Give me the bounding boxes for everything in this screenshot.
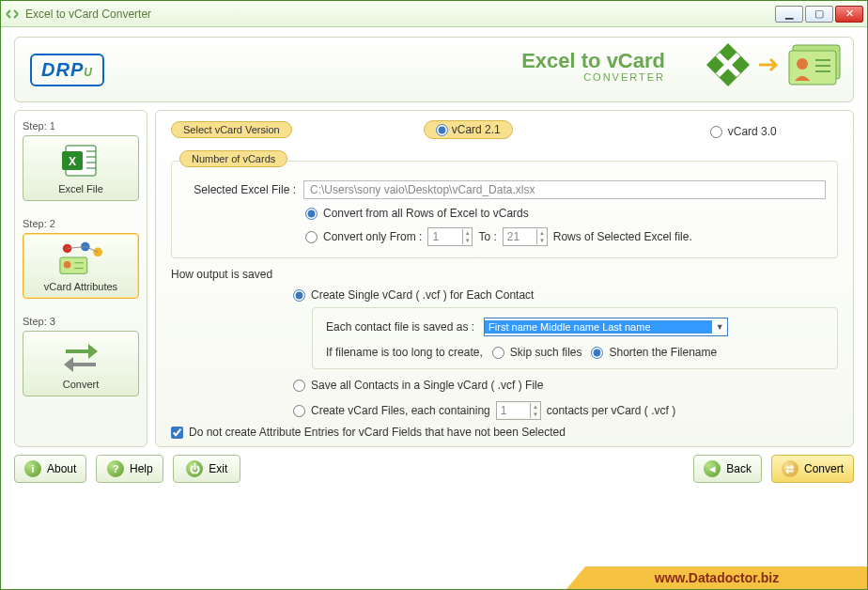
- back-button[interactable]: ◄ Back: [693, 455, 762, 483]
- rows-suffix-label: Rows of Selected Excel file.: [553, 230, 692, 243]
- app-icon: [5, 7, 20, 22]
- excel-file-button[interactable]: X Excel File: [23, 135, 139, 201]
- excel-file-icon: X: [58, 142, 103, 179]
- step-2-label: Step: 2: [23, 218, 139, 229]
- step-1-button-label: Excel File: [58, 183, 103, 194]
- save-all-radio[interactable]: [293, 380, 305, 392]
- too-long-label: If filename is too long to create,: [326, 346, 483, 359]
- shorten-radio[interactable]: [591, 347, 603, 359]
- arrow-left-icon: ◄: [704, 460, 721, 477]
- vcard-icon: [787, 43, 844, 86]
- help-icon: ?: [107, 460, 124, 477]
- vcard21-label: vCard 2.1: [452, 123, 501, 136]
- vcard-attributes-icon: [58, 240, 103, 277]
- single-vcard-subbox: Each contact file is saved as : First na…: [312, 307, 838, 369]
- arrow-right-icon: [757, 53, 782, 77]
- convert-button-sidebar[interactable]: Convert: [23, 331, 139, 396]
- create-each-radio[interactable]: [293, 405, 305, 417]
- from-input[interactable]: [428, 230, 462, 243]
- vcard30-radio[interactable]: [710, 126, 722, 138]
- step-3-button-label: Convert: [63, 379, 100, 390]
- header-graphic: [705, 41, 844, 88]
- footer: i About ? Help ⏻ Exit ◄ Back ⇄ Convert: [14, 455, 854, 483]
- step-3-group: Step: 3 Convert: [23, 316, 139, 396]
- about-button[interactable]: i About: [14, 455, 86, 483]
- excel-x-icon: [705, 41, 752, 88]
- to-spinner[interactable]: ▲▼: [503, 227, 548, 246]
- convert-button[interactable]: ⇄ Convert: [771, 455, 854, 483]
- step-2-group: Step: 2 vCard Attributes: [23, 218, 139, 299]
- vcard30-label: vCard 3.0: [728, 125, 777, 138]
- skip-files-radio[interactable]: [492, 347, 504, 359]
- filename-pattern-dropdown[interactable]: First name Middle name Last name ▼: [484, 318, 728, 336]
- spinner-arrows-icon[interactable]: ▲▼: [530, 403, 539, 418]
- header-panel: DRPU Excel to vCard CONVERTER: [14, 37, 854, 102]
- minimize-button[interactable]: [775, 6, 803, 23]
- svg-point-20: [64, 261, 71, 269]
- convert-only-radio[interactable]: [305, 231, 318, 243]
- maximize-button[interactable]: [805, 6, 833, 23]
- about-label: About: [47, 462, 76, 475]
- exit-button[interactable]: ⏻ Exit: [173, 455, 240, 483]
- step-1-label: Step: 1: [23, 120, 139, 132]
- save-all-label: Save all Contacts in a Single vCard ( .v…: [311, 379, 543, 392]
- back-label: Back: [726, 462, 752, 475]
- convert-arrows-icon: ⇄: [782, 460, 798, 477]
- vcard21-radio[interactable]: [436, 124, 448, 136]
- to-label: To :: [478, 230, 496, 243]
- chevron-down-icon: ▼: [712, 322, 727, 332]
- main-panel: Select vCard Version vCard 2.1 vCard 3.0: [155, 110, 854, 447]
- help-label: Help: [130, 462, 153, 475]
- create-single-radio[interactable]: [293, 289, 305, 302]
- svg-text:X: X: [69, 155, 76, 168]
- convert-all-label: Convert from all Rows of Excel to vCards: [323, 207, 529, 220]
- number-of-vcards-fieldset: Number of vCards Selected Excel File : C…: [171, 150, 838, 258]
- output-heading: How output is saved: [171, 268, 838, 281]
- header-title: Excel to vCard CONVERTER: [521, 49, 665, 83]
- svg-point-3: [797, 58, 808, 70]
- power-icon: ⏻: [186, 460, 203, 477]
- convert-icon: [58, 337, 103, 375]
- section-number-pill: Number of vCards: [179, 150, 287, 167]
- skip-files-label: Skip such files: [510, 346, 582, 359]
- convert-only-label: Convert only From :: [323, 230, 422, 243]
- selected-file-field: [303, 180, 826, 199]
- dont-create-attr-checkbox[interactable]: [171, 427, 183, 439]
- convert-label: Convert: [804, 462, 844, 475]
- from-spinner[interactable]: ▲▼: [427, 227, 473, 246]
- website-banner: www.Datadoctor.biz: [566, 567, 867, 589]
- vcard21-pill: vCard 2.1: [424, 120, 513, 139]
- to-input[interactable]: [504, 230, 537, 243]
- create-single-label: Create Single vCard ( .vcf ) for Each Co…: [311, 288, 534, 302]
- titlebar: Excel to vCard Converter: [1, 1, 867, 27]
- output-section: How output is saved Create Single vCard …: [171, 268, 838, 420]
- svg-point-16: [93, 247, 102, 256]
- app-window: Excel to vCard Converter DRPU Excel to v…: [0, 0, 868, 590]
- convert-all-radio[interactable]: [305, 208, 318, 220]
- help-button[interactable]: ? Help: [96, 455, 163, 483]
- dont-create-attr-label: Do not create Attribute Entries for vCar…: [189, 426, 566, 439]
- exit-label: Exit: [209, 462, 227, 475]
- section-version-pill: Select vCard Version: [171, 121, 292, 138]
- vcard-attributes-button[interactable]: vCard Attributes: [23, 233, 139, 299]
- per-vcard-input[interactable]: [497, 404, 531, 417]
- create-each-label: Create vCard Files, each containing: [311, 404, 490, 417]
- dropdown-selected: First name Middle name Last name: [485, 320, 712, 334]
- window-title: Excel to vCard Converter: [25, 8, 775, 21]
- window-controls: [775, 6, 863, 23]
- shorten-label: Shorten the Filename: [609, 346, 717, 359]
- spinner-arrows-icon[interactable]: ▲▼: [462, 229, 472, 244]
- step-3-label: Step: 3: [23, 316, 139, 327]
- close-button[interactable]: [835, 6, 863, 23]
- step-1-group: Step: 1 X Excel File: [23, 120, 139, 201]
- selected-file-label: Selected Excel File :: [183, 183, 296, 196]
- content-row: Step: 1 X Excel File Step: 2 vCard Attri…: [14, 110, 854, 447]
- each-contact-label: Each contact file is saved as :: [326, 320, 474, 334]
- per-vcard-spinner[interactable]: ▲▼: [496, 401, 541, 420]
- sidebar: Step: 1 X Excel File Step: 2 vCard Attri…: [14, 110, 147, 447]
- per-vcard-suffix: contacts per vCard ( .vcf ): [547, 404, 675, 417]
- spinner-arrows-icon[interactable]: ▲▼: [536, 229, 546, 244]
- header-title-line1: Excel to vCard: [521, 49, 665, 73]
- info-icon: i: [24, 460, 41, 477]
- step-2-button-label: vCard Attributes: [44, 281, 117, 292]
